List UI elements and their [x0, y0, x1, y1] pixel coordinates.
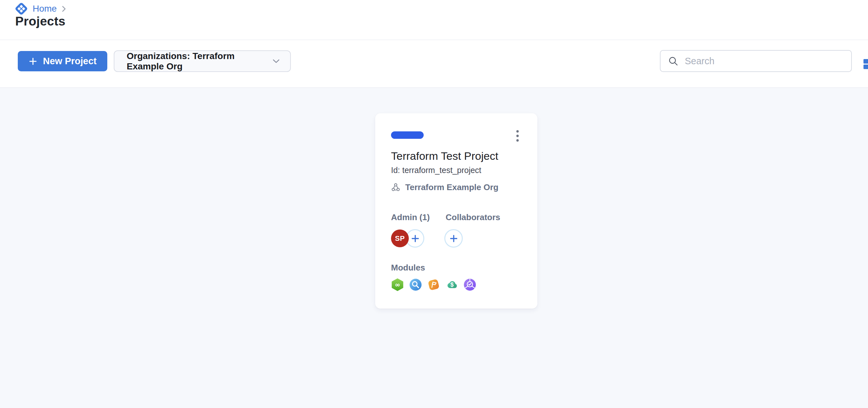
svg-text:$: $ — [451, 281, 454, 288]
infinity-hexagon-module-icon[interactable]: ∞ — [391, 278, 404, 291]
project-card: Terraform Test Project Id: terraform_tes… — [375, 113, 537, 309]
admin-avatar[interactable]: SP — [391, 230, 409, 247]
admin-label: Admin (1) — [391, 212, 446, 223]
svg-text:∞: ∞ — [395, 281, 400, 288]
project-id: Id: terraform_test_project — [391, 166, 522, 175]
search-input[interactable] — [684, 56, 844, 67]
breadcrumb-home-link[interactable]: Home — [33, 4, 57, 14]
organizations-filter-select[interactable]: Organizations: Terraform Example Org — [114, 50, 291, 72]
members-row: Admin (1) SP Collaborators — [391, 212, 522, 248]
page-header: Home Projects — [0, 0, 868, 40]
organization-name[interactable]: Terraform Example Org — [405, 182, 499, 192]
grid-square-top — [864, 59, 868, 64]
project-color-pill — [391, 131, 424, 139]
dollar-cloud-module-icon[interactable]: $ — [445, 278, 458, 291]
plus-icon — [28, 57, 37, 66]
grid-square-bottom — [864, 65, 868, 69]
plus-icon — [411, 234, 420, 243]
check-pie-circle-module-icon[interactable] — [463, 278, 476, 291]
breadcrumb: Home — [14, 2, 67, 16]
organization-row: Terraform Example Org — [391, 182, 522, 192]
page-title: Projects — [15, 14, 66, 28]
organizations-filter-value: Organizations: Terraform Example Org — [127, 51, 272, 72]
collaborators-column: Collaborators — [446, 212, 500, 248]
main-content: Terraform Test Project Id: terraform_tes… — [0, 88, 868, 408]
modules-icons-row: ∞ — [391, 278, 522, 291]
modules-label: Modules — [391, 263, 522, 273]
admin-avatar-group: SP — [391, 229, 427, 248]
grid-view-toggle-icon[interactable] — [864, 59, 868, 69]
kebab-menu-icon[interactable] — [514, 129, 522, 144]
chevron-down-icon — [272, 59, 280, 64]
project-title[interactable]: Terraform Test Project — [391, 150, 522, 162]
new-project-button[interactable]: New Project — [18, 51, 107, 71]
search-icon — [668, 56, 679, 67]
organization-icon — [391, 183, 400, 192]
modules-section: Modules ∞ — [391, 263, 522, 291]
collaborators-label: Collaborators — [446, 212, 500, 223]
flag-square-module-icon[interactable] — [427, 278, 440, 291]
admin-column: Admin (1) SP — [391, 212, 446, 248]
search-circle-module-icon[interactable] — [409, 278, 422, 291]
add-collaborator-button[interactable] — [444, 229, 463, 247]
card-top-row — [391, 129, 522, 142]
chevron-right-icon — [61, 4, 67, 13]
search-box — [660, 50, 852, 72]
plus-icon — [450, 234, 458, 243]
app-logo-icon[interactable] — [14, 2, 28, 16]
toolbar: New Project Organizations: Terraform Exa… — [0, 40, 868, 88]
new-project-label: New Project — [43, 56, 97, 67]
